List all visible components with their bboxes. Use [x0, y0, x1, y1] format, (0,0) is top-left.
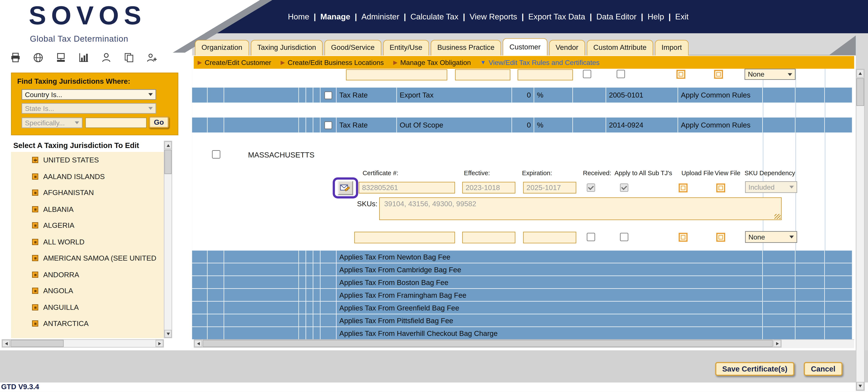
jurisdiction-item[interactable]: ANGUILLA [11, 299, 164, 315]
tab-entity-use[interactable]: Entity/Use [383, 40, 429, 55]
breadcrumb-arrow-icon: ▶ [393, 59, 398, 65]
country-select[interactable]: Country Is... [22, 89, 156, 100]
sidebar-horizontal-scrollbar[interactable] [2, 339, 164, 348]
upload-file-icon[interactable] [677, 70, 685, 79]
nav-view-reports[interactable]: View Reports [469, 12, 517, 21]
expiration-date-input-partial[interactable] [518, 69, 573, 80]
new-received-checkbox[interactable] [587, 233, 595, 241]
scroll-left-button[interactable] [2, 340, 10, 347]
nav-manage[interactable]: Manage [320, 12, 350, 21]
nav-home[interactable]: Home [288, 12, 309, 21]
effective-date-input-partial[interactable] [455, 69, 510, 80]
tab-custom-attribute[interactable]: Custom Attribute [587, 40, 653, 55]
apply-all-checkbox[interactable] [617, 70, 625, 78]
view-file-icon[interactable] [716, 184, 725, 192]
scrollbar-thumb[interactable] [10, 340, 64, 347]
row-checkbox[interactable] [324, 121, 332, 129]
tax-rate: 0 [512, 88, 534, 103]
row-checkbox[interactable] [324, 91, 332, 99]
jurisdiction-search-input[interactable] [85, 118, 147, 128]
tab-business-practice[interactable]: Business Practice [431, 40, 501, 55]
cell [224, 88, 299, 103]
scroll-left-button[interactable] [194, 340, 202, 347]
copy-icon[interactable] [123, 52, 134, 63]
jurisdiction-label: ANGOLA [43, 287, 73, 295]
jurisdiction-item[interactable]: ANDORRA [11, 267, 164, 283]
scrollbar-thumb[interactable] [856, 78, 864, 106]
breadcrumb-manage-tax-obligation[interactable]: ▶Manage Tax Obligation [393, 58, 471, 66]
nav-calculate-tax[interactable]: Calculate Tax [410, 12, 459, 21]
new-sku-dependency-select[interactable]: None [745, 231, 797, 243]
scroll-down-button[interactable] [856, 382, 864, 390]
nav-export-tax-data[interactable]: Export Tax Data [528, 12, 585, 21]
jurisdiction-item[interactable]: ALL WORLD [11, 234, 164, 250]
certificate-number-input-partial[interactable] [346, 69, 447, 80]
jurisdiction-item[interactable]: AALAND ISLANDS [11, 168, 164, 185]
upload-file-icon[interactable] [679, 233, 687, 242]
jurisdiction-label: ALL WORLD [43, 238, 85, 246]
tab-vendor[interactable]: Vendor [549, 40, 585, 55]
scroll-right-button[interactable] [773, 340, 781, 347]
breadcrumb-create-edit-business-locations[interactable]: ▶Create/Edit Business Locations [280, 58, 384, 66]
cancel-button[interactable]: Cancel [804, 362, 843, 376]
jurisdiction-item[interactable]: ANTARCTICA [11, 315, 164, 332]
application-window: Home | Manage | Administer | Calculate T… [0, 0, 868, 392]
breadcrumb-create-edit-customer[interactable]: ▶Create/Edit Customer [197, 58, 271, 66]
breadcrumb-view-edit-tax-rules[interactable]: ▼View/Edit Tax Rules and Certificates [480, 58, 599, 66]
main-vertical-scrollbar[interactable] [856, 69, 865, 391]
person-icon[interactable] [101, 52, 112, 63]
scrollbar-thumb[interactable] [203, 340, 773, 347]
tab-import[interactable]: Import [655, 40, 688, 55]
new-apply-all-checkbox[interactable] [620, 233, 628, 241]
jurisdiction-checkbox[interactable] [212, 150, 220, 159]
specifically-select[interactable]: Specifically... [22, 118, 83, 128]
jurisdiction-label: ANTARCTICA [43, 319, 89, 328]
nav-help[interactable]: Help [648, 12, 664, 21]
save-certificates-button[interactable]: Save Certificate(s) [715, 362, 794, 376]
tab-customer[interactable]: Customer [503, 38, 547, 55]
jurisdiction-bullet-icon [32, 173, 38, 179]
printer-icon[interactable] [10, 52, 21, 63]
workstation-icon[interactable] [55, 52, 66, 63]
sku-dependency-select[interactable]: None [745, 69, 796, 80]
jurisdiction-item[interactable]: AMERICAN SAMOA (SEE UNITED [11, 250, 164, 267]
jurisdiction-item-united-states[interactable]: UNITED STATES [11, 152, 164, 168]
nav-administer[interactable]: Administer [361, 12, 399, 21]
go-button[interactable]: Go [149, 116, 169, 128]
content-horizontal-scrollbar[interactable] [194, 339, 782, 348]
checkbox-cell [320, 118, 337, 133]
tab-good-service[interactable]: Good/Service [324, 40, 381, 55]
tab-organization[interactable]: Organization [195, 40, 249, 55]
expand-plus-icon[interactable] [32, 157, 38, 163]
cell [313, 118, 320, 133]
new-certificate-number-input[interactable] [354, 232, 455, 243]
breadcrumb-arrow-icon: ▶ [197, 59, 202, 65]
jurisdiction-item[interactable]: ALBANIA [11, 201, 164, 217]
nav-exit[interactable]: Exit [675, 12, 688, 21]
chart-icon[interactable] [78, 52, 89, 63]
applies-tax-row: Applies Tax From Pittsfield Bag Fee [192, 314, 852, 327]
view-file-icon[interactable] [714, 70, 723, 79]
resize-grip-icon[interactable] [775, 214, 780, 219]
scroll-right-button[interactable] [156, 340, 163, 347]
tab-taxing-jurisdiction[interactable]: Taxing Jurisdiction [251, 40, 323, 55]
view-file-icon[interactable] [716, 233, 725, 242]
scroll-down-button[interactable] [164, 330, 172, 338]
edit-certificate-button[interactable] [338, 181, 353, 195]
jurisdiction-item[interactable]: ALGERIA [11, 217, 164, 234]
add-person-icon[interactable] [146, 52, 157, 63]
jurisdiction-item[interactable]: AFGHANISTAN [11, 185, 164, 201]
new-expiration-date-input[interactable] [523, 232, 576, 243]
upload-file-icon[interactable] [679, 184, 687, 192]
new-effective-date-input[interactable] [462, 232, 516, 243]
cell [192, 302, 208, 314]
jurisdiction-item[interactable]: ANGOLA [11, 283, 164, 299]
nav-data-editor[interactable]: Data Editor [596, 12, 637, 21]
sidebar-vertical-scrollbar[interactable] [164, 141, 172, 338]
globe-icon[interactable] [33, 52, 44, 63]
scroll-up-button[interactable] [164, 141, 172, 149]
scroll-up-button[interactable] [856, 69, 864, 78]
received-checkbox[interactable] [583, 70, 591, 78]
scrollbar-thumb[interactable] [164, 150, 172, 174]
state-select[interactable]: State Is... [22, 103, 156, 114]
